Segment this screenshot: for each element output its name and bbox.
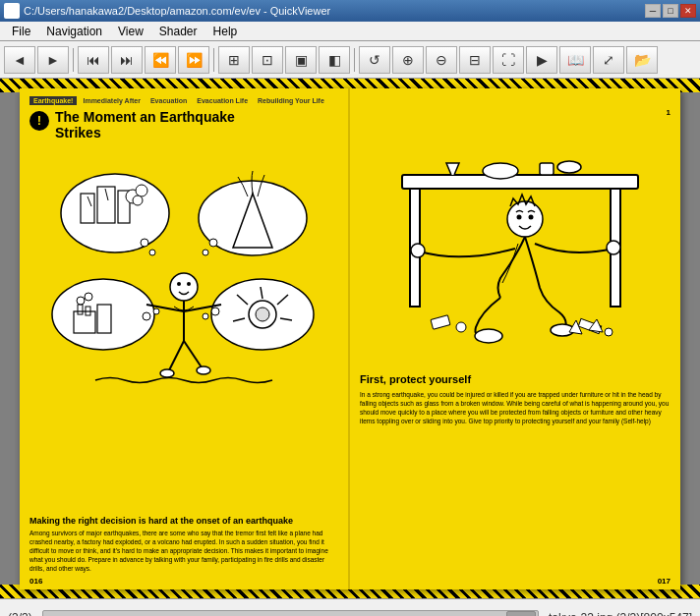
right-heading-area: First, protect yourself In a strong eart… [360,373,671,425]
app-icon [4,3,20,19]
right-page-body: In a strong earthquake, you could be inj… [360,390,671,425]
title-bar: C:/Users/hanakawa2/Desktop/amazon.com/ev… [0,0,700,22]
svg-line-41 [184,341,202,367]
loop-button[interactable]: ↺ [359,46,390,74]
file-info: tokyo-23.jpg (3/3)[800x547] [549,611,692,617]
right-illustration [360,96,671,371]
right-page-number: 017 [658,577,671,586]
left-illustration-svg [36,159,331,395]
svg-point-10 [149,250,155,255]
bookmark-button[interactable]: 📖 [559,46,591,74]
fullscreen-button[interactable]: ⛶ [493,46,524,74]
right-page-title: First, protect yourself [360,373,671,385]
menu-help[interactable]: Help [205,23,246,40]
svg-point-32 [211,308,219,315]
nav-item-evacuation: Evacuation [146,96,191,105]
toolbar-separator-2 [213,48,214,72]
left-illustration [29,149,338,405]
view-mode-1[interactable]: ⊞ [218,46,250,74]
svg-rect-44 [402,175,638,189]
right-page: 1 [350,88,680,589]
svg-point-14 [203,250,208,255]
menu-bar: File Navigation View Shader Help [0,22,700,41]
book-spread: Earthquake! Immediately After Evacuation… [20,88,680,589]
svg-point-53 [607,241,620,254]
prev-button[interactable]: ◄ [4,46,35,74]
svg-point-60 [605,328,612,336]
svg-point-20 [77,297,85,305]
left-bottom-title: Making the right decision is hard at the… [29,516,338,526]
close-button[interactable]: ✕ [680,4,696,18]
menu-navigation[interactable]: Navigation [38,23,110,40]
prev-page-button[interactable]: ⏪ [145,46,176,74]
left-page-number: 016 [29,577,42,586]
svg-rect-48 [540,163,554,175]
open-button[interactable]: 📂 [626,46,658,74]
svg-point-8 [133,196,143,205]
svg-point-51 [517,214,522,219]
nav-item-earthquake: Earthquake! [29,96,77,105]
zoom-in-button[interactable]: ⊕ [392,46,424,74]
nav-strip: Earthquake! Immediately After Evacuation… [29,96,338,105]
svg-point-15 [52,279,154,350]
svg-point-33 [203,313,208,319]
svg-point-9 [141,239,148,247]
scrollbar-track[interactable] [42,610,539,617]
right-illustration-svg [373,106,658,362]
toolbar-separator-3 [354,48,355,72]
svg-point-58 [456,322,466,332]
section-heading: ! The Moment an EarthquakeStrikes [29,109,338,142]
svg-point-52 [529,214,534,219]
nav-item-life: Evacuation Life [193,96,252,105]
bottom-text-area: Making the right decision is hard at the… [29,516,338,573]
svg-point-43 [197,366,210,374]
fast-prev-button[interactable]: ⏭ [111,46,143,74]
scrollbar-thumb[interactable] [506,611,536,617]
view-mode-2[interactable]: ⊡ [252,46,283,74]
left-bottom-body: Among survivors of major earthquakes, th… [29,529,338,573]
svg-point-21 [85,293,92,301]
fit-button[interactable]: ⊟ [459,46,491,74]
svg-rect-57 [431,314,450,328]
svg-point-42 [160,369,174,377]
left-page: Earthquake! Immediately After Evacuation… [20,88,350,589]
zoom-out-button[interactable]: ⊖ [426,46,457,74]
view-mode-4[interactable]: ◧ [319,46,350,74]
svg-point-7 [136,185,147,196]
menu-view[interactable]: View [110,23,151,40]
window-title: C:/Users/hanakawa2/Desktop/amazon.com/ev… [24,5,330,17]
scrollbar-area[interactable] [42,610,539,617]
svg-point-23 [153,308,159,314]
warning-icon: ! [29,111,49,131]
svg-point-54 [411,244,425,257]
svg-point-47 [483,163,518,179]
svg-point-36 [187,282,191,286]
svg-point-50 [507,201,543,237]
svg-point-55 [475,329,502,343]
status-bar: (3/3) tokyo-23.jpg (3/3)[800x547] [0,598,700,616]
nav-item-rebuilding: Rebuilding Your Life [254,96,328,105]
title-bar-left: C:/Users/hanakawa2/Desktop/amazon.com/ev… [4,3,330,19]
svg-point-13 [209,239,217,247]
svg-point-49 [557,161,581,173]
section-title: The Moment an EarthquakeStrikes [55,109,235,142]
svg-point-31 [256,308,269,321]
view-mode-3[interactable]: ▣ [285,46,317,74]
svg-line-40 [169,341,184,370]
next-button[interactable]: ► [37,46,69,74]
menu-shader[interactable]: Shader [151,23,205,40]
first-button[interactable]: ⏮ [78,46,109,74]
window-controls: ─ □ ✕ [645,4,696,18]
svg-point-35 [177,282,181,286]
nav-item-after: Immediately After [79,96,144,105]
minimize-button[interactable]: ─ [645,4,661,18]
next-page-button[interactable]: ⏩ [178,46,209,74]
slideshow-button[interactable]: ▶ [526,46,557,74]
svg-point-34 [170,273,198,301]
menu-file[interactable]: File [4,23,38,40]
svg-point-22 [143,312,150,320]
page-content: Earthquake! Immediately After Evacuation… [0,79,700,598]
maximize-button[interactable]: □ [663,4,678,18]
page-info: (3/3) [8,611,32,617]
zoom-fit-button[interactable]: ⤢ [593,46,624,74]
